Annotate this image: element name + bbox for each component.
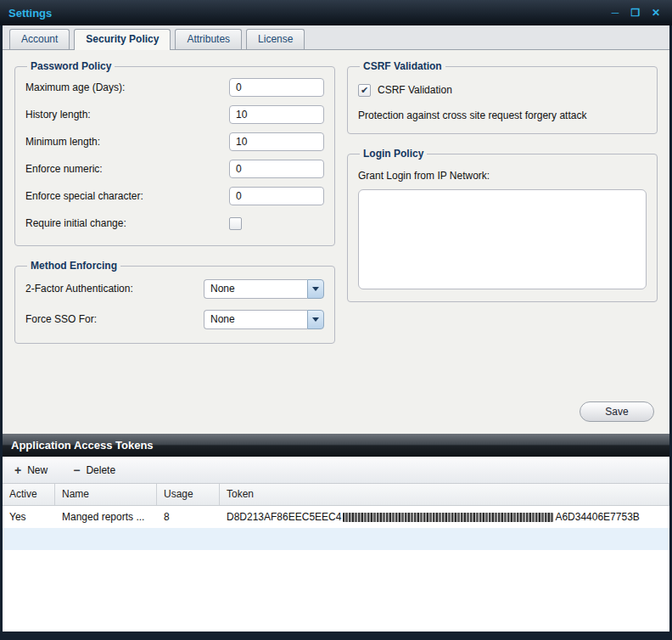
column-header-name[interactable]: Name — [55, 484, 157, 505]
password-policy-fieldset: Password Policy Maximum age (Days): Hist… — [14, 60, 335, 246]
csrf-validation-fieldset: CSRF Validation ✔ CSRF Validation Protec… — [347, 60, 658, 134]
tab-account[interactable]: Account — [9, 29, 70, 49]
left-column: Password Policy Maximum age (Days): Hist… — [14, 60, 335, 357]
form-row: Force SSO For: None — [25, 304, 324, 334]
two-factor-dropdown-trigger[interactable] — [307, 279, 324, 299]
column-header-usage[interactable]: Usage — [157, 484, 220, 505]
column-header-active[interactable]: Active — [3, 484, 55, 505]
csrf-description: Protection against cross site request fo… — [358, 109, 647, 121]
column-header-token[interactable]: Token — [220, 484, 669, 505]
form-row: Require initial change: — [25, 210, 324, 237]
token-suffix: A6D34406E7753B — [555, 511, 639, 523]
max-age-input[interactable] — [229, 78, 324, 97]
csrf-validation-checkbox[interactable]: ✔ — [358, 84, 371, 97]
history-length-input[interactable] — [229, 105, 324, 124]
min-length-input[interactable] — [229, 132, 324, 151]
minimize-icon[interactable]: ─ — [608, 5, 623, 20]
delete-token-button[interactable]: − Delete — [73, 464, 115, 476]
tokens-grid-body: Yes Manged reports ... 8 D8D213AF86EEC5E… — [3, 506, 669, 632]
tokens-toolbar: + New − Delete — [3, 457, 669, 484]
right-column: CSRF Validation ✔ CSRF Validation Protec… — [347, 60, 658, 316]
window-body: Account Security Policy Attributes Licen… — [3, 25, 669, 632]
history-length-label: History length: — [25, 109, 229, 121]
tokens-grid-header: Active Name Usage Token — [3, 484, 669, 506]
two-factor-selected-value[interactable]: None — [204, 279, 307, 299]
token-redacted-segment — [343, 513, 553, 522]
force-sso-dropdown-trigger[interactable] — [307, 310, 324, 329]
password-policy-legend: Password Policy — [27, 60, 115, 72]
token-usage-cell: 8 — [157, 511, 220, 523]
token-value-cell: D8D213AF86EEC5EEC4 A6D34406E7753B — [220, 511, 669, 523]
tab-security-policy[interactable]: Security Policy — [74, 29, 171, 50]
two-factor-label: 2-Factor Authentication: — [25, 283, 204, 295]
chevron-down-icon — [312, 317, 319, 322]
csrf-validation-legend: CSRF Validation — [360, 60, 445, 72]
new-token-button[interactable]: + New — [14, 464, 48, 476]
force-sso-select[interactable]: None — [204, 310, 324, 329]
settings-window: Settings ─ ❒ ✕ Account Security Policy A… — [0, 0, 672, 640]
form-row: 2-Factor Authentication: None — [25, 273, 324, 304]
maximize-icon[interactable]: ❒ — [628, 5, 643, 20]
titlebar: Settings ─ ❒ ✕ — [0, 0, 672, 25]
login-policy-fieldset: Login Policy Grant Login from IP Network… — [347, 148, 658, 302]
two-factor-select[interactable]: None — [204, 279, 324, 299]
check-icon: ✔ — [361, 86, 368, 95]
tabstrip: Account Security Policy Attributes Licen… — [3, 25, 669, 50]
token-prefix: D8D213AF86EEC5EEC4 — [227, 511, 341, 523]
close-icon[interactable]: ✕ — [648, 5, 664, 20]
enforce-special-input[interactable] — [229, 187, 324, 205]
form-row: Maximum age (Days): — [25, 74, 324, 101]
plus-icon: + — [14, 464, 21, 476]
csrf-checkbox-label: CSRF Validation — [378, 84, 452, 96]
form-row: ✔ CSRF Validation — [358, 77, 647, 103]
table-row[interactable]: Yes Manged reports ... 8 D8D213AF86EEC5E… — [3, 506, 669, 528]
force-sso-selected-value[interactable]: None — [204, 310, 307, 329]
min-length-label: Minimum length: — [25, 136, 229, 148]
chevron-down-icon — [312, 287, 319, 291]
token-name-cell: Manged reports ... — [55, 511, 157, 523]
tab-license[interactable]: License — [246, 29, 305, 49]
tab-attributes[interactable]: Attributes — [175, 29, 242, 49]
login-policy-legend: Login Policy — [360, 148, 427, 160]
enforce-numeric-input[interactable] — [229, 160, 324, 178]
security-policy-panel: Password Policy Maximum age (Days): Hist… — [3, 50, 669, 434]
enforce-numeric-label: Enforce numeric: — [25, 163, 229, 175]
form-row: Enforce special character: — [25, 182, 324, 210]
table-row-empty — [3, 528, 669, 550]
force-sso-label: Force SSO For: — [25, 313, 204, 325]
max-age-label: Maximum age (Days): — [25, 81, 229, 93]
token-active-cell: Yes — [3, 511, 55, 523]
method-enforcing-fieldset: Method Enforcing 2-Factor Authentication… — [14, 260, 335, 344]
form-row: Enforce numeric: — [25, 155, 324, 182]
window-title: Settings — [8, 7, 602, 20]
tokens-section-title: Application Access Tokens — [3, 434, 669, 457]
grant-login-label: Grant Login from IP Network: — [358, 170, 647, 182]
method-enforcing-legend: Method Enforcing — [27, 260, 120, 272]
form-row: Minimum length: — [25, 128, 324, 155]
minus-icon: − — [73, 464, 80, 476]
delete-token-label: Delete — [86, 464, 115, 476]
save-button[interactable]: Save — [580, 401, 654, 422]
grant-login-ip-textarea[interactable] — [358, 189, 647, 289]
form-row: History length: — [25, 101, 324, 128]
require-initial-change-label: Require initial change: — [25, 217, 229, 229]
new-token-label: New — [27, 464, 48, 476]
enforce-special-label: Enforce special character: — [25, 190, 229, 202]
require-initial-change-checkbox[interactable] — [229, 217, 242, 230]
